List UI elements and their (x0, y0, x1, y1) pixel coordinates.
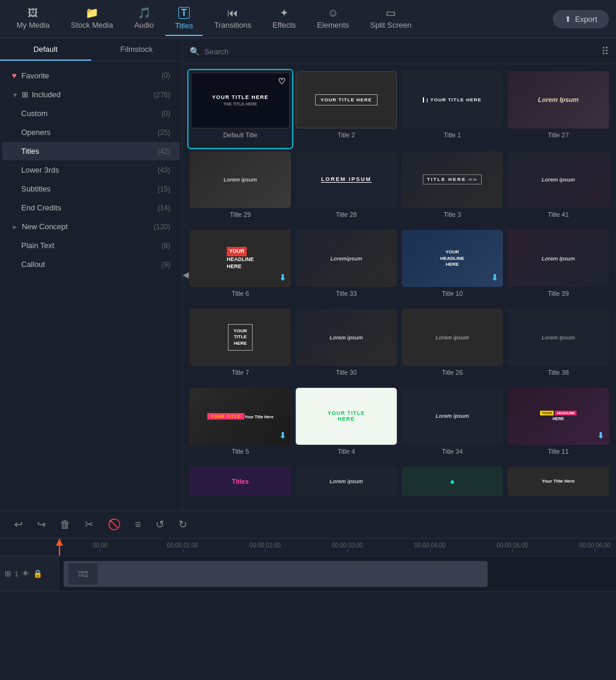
nav-item-elements[interactable]: ☺ Elements (307, 3, 358, 35)
title-card-partial-4[interactable]: Your Title Here (505, 464, 611, 500)
sidebar-item-callout[interactable]: Callout (9) (2, 255, 180, 273)
my-media-icon: 🖼 (28, 8, 38, 18)
title-label-title-4: Title 4 (337, 448, 355, 455)
title-label-title-29: Title 29 (230, 211, 251, 218)
title-card-title-28[interactable]: LOREM IPSUM Title 28 (293, 149, 399, 228)
nav-item-transitions[interactable]: ⏮ Transitions (205, 3, 261, 35)
tab-default[interactable]: Default (0, 39, 91, 61)
download-icon-title5: ⬇ (279, 431, 286, 440)
title-card-title-10[interactable]: YOUR HEADLINE HERE ⬇ Title 10 (399, 227, 505, 306)
sidebar-item-titles[interactable]: Titles (42) (2, 142, 180, 160)
search-input[interactable] (204, 47, 597, 56)
track-clip-1[interactable]: YOURTITLE + (64, 561, 488, 587)
title-card-title-33[interactable]: Loremipsum Title 33 (293, 227, 399, 306)
title-label-default-title: Default Title (223, 131, 257, 138)
tab-filmstock[interactable]: Filmstock (91, 39, 183, 61)
transitions-icon: ⏮ (227, 8, 238, 18)
title-card-title-11[interactable]: YOUR HEADLINE HERE ⬇ Title 11 (505, 385, 611, 464)
sidebar-item-new-concept[interactable]: ► New Concept (120) (2, 217, 180, 236)
collapse-sidebar-button[interactable]: ◀ (183, 270, 189, 279)
sidebar-item-plain-text[interactable]: Plain Text (8) (2, 236, 180, 255)
stock-media-icon: 📁 (85, 8, 98, 18)
track-1-icon[interactable]: ⊞ (5, 569, 11, 578)
forward-button[interactable]: ↻ (174, 516, 192, 533)
grid-view-icon[interactable]: ⠿ (601, 45, 609, 58)
ruler-mark-1: 00:00:01:00 (141, 542, 224, 552)
delete-button[interactable]: 🗑 (55, 516, 75, 533)
nav-label-effects: Effects (273, 21, 296, 29)
nav-item-my-media[interactable]: 🖼 My Media (7, 3, 59, 35)
nav-item-effects[interactable]: ✦ Effects (263, 3, 306, 35)
sidebar-item-openers[interactable]: Openers (25) (2, 123, 180, 141)
title-card-default-title[interactable]: ♡ YOUR TITLE HERE THE TITLE HERE Default… (187, 69, 293, 149)
export-label: Export (575, 15, 597, 24)
ruler-mark-4: 00:00:04:00 (389, 542, 471, 552)
nav-item-titles[interactable]: T Titles (165, 2, 203, 36)
title-card-title-3[interactable]: TITLE HERE ══ Title 3 (399, 149, 505, 228)
title-card-partial-2[interactable]: Lorem ipsum (293, 464, 399, 500)
title-card-title-26[interactable]: Lorem ipsum Title 26 (399, 306, 505, 385)
thumb-heart-icon[interactable]: ♡ (278, 77, 286, 86)
ruler-mark-2: 00:00:02:00 (224, 542, 306, 552)
title-card-title-41[interactable]: Lorem ipsum Title 41 (505, 149, 611, 228)
timeline-tracks: YOURTITLE + (59, 556, 616, 592)
track-eye-icon[interactable]: 👁 (22, 569, 29, 578)
title-card-title-1[interactable]: | YOUR TITLE HERE Title 1 (399, 69, 505, 149)
nav-item-audio[interactable]: 🎵 Audio (125, 3, 163, 35)
title-card-title-39[interactable]: Lorem Ipsum Title 39 (505, 227, 611, 306)
timeline-content: ⊞ 1 👁 🔒 YOURTITLE + (0, 556, 616, 592)
title-label-title-41: Title 41 (548, 211, 569, 218)
nav-label-titles: Titles (175, 21, 193, 30)
grid-icon: ⊞ (22, 90, 28, 99)
nav-label-audio: Audio (134, 21, 154, 29)
audio-icon: 🎵 (138, 8, 151, 18)
list-button[interactable]: ≡ (130, 516, 146, 533)
title-label-title-27: Title 27 (548, 131, 569, 138)
title-card-partial-3[interactable]: ● (399, 464, 505, 500)
nav-label-transitions: Transitions (214, 21, 251, 29)
sidebar-item-lower3rds[interactable]: Lower 3rds (43) (2, 161, 180, 179)
title-card-title-34[interactable]: Lorem ipsum Title 34 (399, 385, 505, 464)
track-label-1: ⊞ 1 👁 🔒 (0, 556, 58, 592)
title-card-title-7[interactable]: YOURTITLEHERE Title 7 (187, 306, 293, 385)
ruler-mark-5: 00:00:05:00 (471, 542, 554, 552)
title-card-title-30[interactable]: Lorem ipsum Title 30 (293, 306, 399, 385)
title-card-title-38[interactable]: Lorem Ipsum Title 38 (505, 306, 611, 385)
titles-icon: T (178, 7, 190, 19)
export-button[interactable]: ⬆ Export (553, 10, 609, 28)
title-card-title-27[interactable]: Lorem Ipsum Title 27 (505, 69, 611, 149)
title-card-title-4[interactable]: YOUR TITLEHERE Title 4 (293, 385, 399, 464)
nav-item-stock-media[interactable]: 📁 Stock Media (61, 3, 122, 35)
disable-button[interactable]: 🚫 (103, 516, 125, 533)
title-label-title-11: Title 11 (548, 448, 569, 455)
title-label-title-2: Title 2 (337, 131, 355, 138)
nav-label-stock-media: Stock Media (71, 21, 113, 29)
sidebar-item-subtitles[interactable]: Subtitles (15) (2, 180, 180, 198)
title-card-title-6[interactable]: YOUR HEADLINE HERE ⬇ Title 6 (187, 227, 293, 306)
timeline-area: 00:00 00:00:01:00 00:00:02:00 00:00:03:0… (0, 539, 616, 592)
chevron-down-icon: ▼ (12, 91, 18, 98)
title-label-title-6: Title 6 (231, 290, 249, 297)
undo-button[interactable]: ↩ (9, 516, 28, 533)
download-icon-title11: ⬇ (597, 431, 604, 440)
nav-item-split-screen[interactable]: ▭ Split Screen (361, 3, 421, 35)
track-lock-icon[interactable]: 🔒 (33, 569, 42, 578)
effects-icon: ✦ (280, 8, 289, 18)
title-card-partial-1[interactable]: Titles (187, 464, 293, 500)
content-area: 🔍 ⠿ ♡ YOUR TITLE HERE THE TITLE HERE Def… (183, 39, 616, 510)
cut-button[interactable]: ✂ (80, 516, 98, 533)
download-icon-title10: ⬇ (491, 273, 498, 282)
sidebar-item-end-credits[interactable]: End Credits (14) (2, 199, 180, 217)
title-label-title-28: Title 28 (336, 211, 357, 218)
sidebar-item-included[interactable]: ▼ ⊞ Included (276) (2, 85, 180, 104)
rewind-button[interactable]: ↺ (151, 516, 169, 533)
heart-icon: ♥ (12, 71, 16, 80)
timeline-ruler: 00:00 00:00:01:00 00:00:02:00 00:00:03:0… (0, 539, 616, 556)
title-card-title-2[interactable]: YOUR TITLE HERE Title 2 (293, 69, 399, 149)
title-card-title-5[interactable]: YOUR TITLE Your Title Here ⬇ Title 5 (187, 385, 293, 464)
main-layout: Default Filmstock ♥ Favorite (0) ▼ ⊞ Inc… (0, 39, 616, 510)
title-card-title-29[interactable]: Lorem ipsum Title 29 (187, 149, 293, 228)
redo-button[interactable]: ↪ (32, 516, 51, 533)
sidebar-item-favorite[interactable]: ♥ Favorite (0) (2, 66, 180, 85)
sidebar-item-custom[interactable]: Custom (0) (2, 104, 180, 123)
